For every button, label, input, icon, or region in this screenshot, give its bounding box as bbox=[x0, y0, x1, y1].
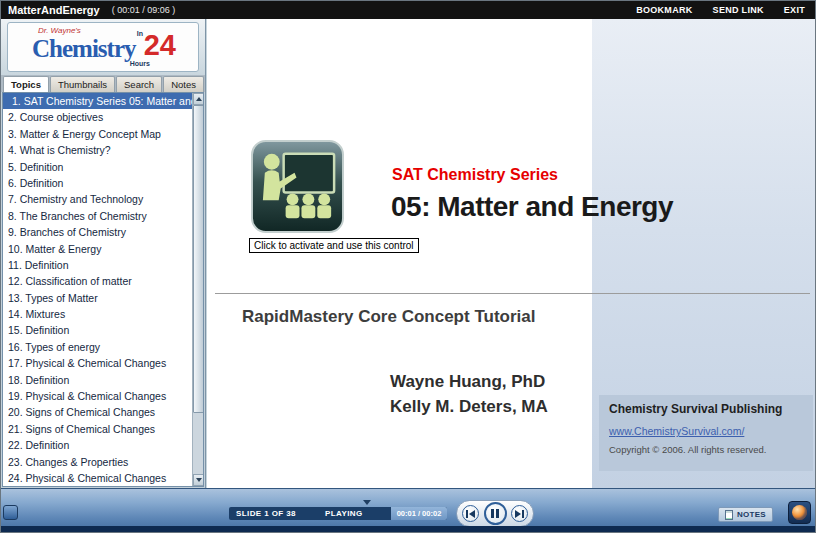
topic-item[interactable]: 17. Physical & Chemical Changes bbox=[3, 355, 192, 371]
publisher-box: Chemistry Survival Publishing www.Chemis… bbox=[599, 395, 813, 471]
topic-item[interactable]: 4. What is Chemistry? bbox=[3, 142, 192, 158]
topic-item[interactable]: 1. SAT Chemistry Series 05: Matter and E… bbox=[3, 93, 192, 109]
topic-item[interactable]: 18. Definition bbox=[3, 372, 192, 388]
topic-label: 17. Physical & Chemical Changes bbox=[8, 357, 166, 369]
sidebar-tab-label: Thumbnails bbox=[58, 79, 107, 90]
notes-button-label: NOTES bbox=[737, 510, 766, 519]
topic-item[interactable]: 5. Definition bbox=[3, 159, 192, 175]
topic-label: 2. Course objectives bbox=[8, 111, 103, 123]
previous-slide-button[interactable] bbox=[462, 505, 479, 522]
topic-item[interactable]: 20. Signs of Chemical Changes bbox=[3, 404, 192, 420]
topic-item[interactable]: 14. Mixtures bbox=[3, 306, 192, 322]
activate-control-tooltip: Click to activate and use this control bbox=[249, 238, 419, 253]
topic-label: 10. Matter & Energy bbox=[8, 243, 101, 255]
sidebar-tab[interactable]: Notes bbox=[163, 76, 204, 92]
series-title: SAT Chemistry Series bbox=[392, 166, 558, 184]
playback-status-bar[interactable]: SLIDE 1 OF 38 PLAYING 00:01 / 00:02 bbox=[229, 507, 447, 520]
sidebar: Dr. Wayne's Chemistry In 24 Hours Topics… bbox=[1, 19, 206, 488]
topic-scrollbar[interactable] bbox=[192, 93, 203, 486]
teacher-blackboard-icon[interactable] bbox=[250, 139, 345, 234]
topic-label: 8. The Branches of Chemistry bbox=[8, 210, 147, 222]
topic-label: 23. Changes & Properties bbox=[8, 456, 128, 468]
titlebar-button[interactable]: EXIT bbox=[784, 5, 805, 15]
transport-controls bbox=[456, 500, 534, 527]
topic-item[interactable]: 8. The Branches of Chemistry bbox=[3, 208, 192, 224]
pause-icon bbox=[491, 509, 499, 518]
slide-counter: SLIDE 1 OF 38 bbox=[229, 509, 325, 518]
topic-item[interactable]: 24. Physical & Chemical Changes bbox=[3, 470, 192, 486]
topic-item[interactable]: 7. Chemistry and Technology bbox=[3, 191, 192, 207]
topic-label: 14. Mixtures bbox=[8, 308, 65, 320]
topic-item[interactable]: 12. Classification of matter bbox=[3, 273, 192, 289]
logo-area: Dr. Wayne's Chemistry In 24 Hours bbox=[1, 19, 205, 75]
topic-label: 7. Chemistry and Technology bbox=[8, 193, 143, 205]
sidebar-tab-label: Search bbox=[124, 79, 154, 90]
topic-item[interactable]: 10. Matter & Energy bbox=[3, 241, 192, 257]
topic-item[interactable]: 22. Definition bbox=[3, 437, 192, 453]
pause-button[interactable] bbox=[484, 502, 507, 525]
logo-in: In bbox=[137, 30, 143, 37]
player-corner-button[interactable] bbox=[3, 505, 18, 520]
topic-item[interactable]: 11. Definition bbox=[3, 257, 192, 273]
author-line: Kelly M. Deters, MA bbox=[390, 394, 548, 419]
scroll-down-button[interactable] bbox=[193, 474, 204, 486]
scrollbar-thumb[interactable] bbox=[193, 105, 204, 413]
slide-subtitle: RapidMastery Core Concept Tutorial bbox=[242, 307, 535, 327]
topic-label: 4. What is Chemistry? bbox=[8, 144, 111, 156]
titlebar-button-label: BOOKMARK bbox=[636, 5, 692, 15]
previous-icon bbox=[466, 510, 475, 518]
sidebar-tab[interactable]: Search bbox=[116, 76, 162, 92]
topic-item[interactable]: 19. Physical & Chemical Changes bbox=[3, 388, 192, 404]
topic-label: 24. Physical & Chemical Changes bbox=[8, 472, 166, 484]
topic-item[interactable]: 2. Course objectives bbox=[3, 109, 192, 125]
slide-title: 05: Matter and Energy bbox=[391, 191, 673, 223]
topic-item[interactable]: 15. Definition bbox=[3, 322, 192, 338]
sidebar-tab[interactable]: Thumbnails bbox=[50, 76, 115, 92]
elapsed-time: 00:01 / 00:02 bbox=[391, 507, 447, 520]
topic-label: 18. Definition bbox=[8, 374, 69, 386]
logo-number: 24 bbox=[144, 29, 176, 62]
topic-item[interactable]: 6. Definition bbox=[3, 175, 192, 191]
brand-logo-button[interactable] bbox=[788, 501, 811, 524]
notes-button[interactable]: NOTES bbox=[718, 507, 773, 522]
topic-label: 1. SAT Chemistry Series 05: Matter and E… bbox=[12, 95, 192, 107]
topic-list: 1. SAT Chemistry Series 05: Matter and E… bbox=[3, 93, 192, 486]
titlebar-button-label: SEND LINK bbox=[713, 5, 764, 15]
titlebar-button[interactable]: SEND LINK bbox=[713, 5, 764, 15]
arrow-up-icon bbox=[196, 97, 202, 101]
logo-hours: Hours bbox=[130, 60, 150, 67]
topic-label: 6. Definition bbox=[8, 177, 63, 189]
next-icon bbox=[515, 510, 524, 518]
topic-item[interactable]: 23. Changes & Properties bbox=[3, 454, 192, 470]
topic-item[interactable]: 16. Types of energy bbox=[3, 339, 192, 355]
topic-item[interactable]: 13. Types of Matter bbox=[3, 290, 192, 306]
slide-stage: Click to activate and use this control S… bbox=[207, 19, 816, 488]
sidebar-tab-label: Topics bbox=[11, 79, 41, 90]
playback-state: PLAYING bbox=[325, 509, 391, 518]
next-slide-button[interactable] bbox=[511, 505, 528, 522]
topic-label: 19. Physical & Chemical Changes bbox=[8, 390, 166, 402]
publisher-link[interactable]: www.ChemistrySurvival.com/ bbox=[609, 425, 803, 437]
sidebar-tab-label: Notes bbox=[171, 79, 196, 90]
topic-item[interactable]: 9. Branches of Chemistry bbox=[3, 224, 192, 240]
logo-prefix: Dr. Wayne's bbox=[38, 26, 81, 35]
topic-label: 22. Definition bbox=[8, 439, 69, 451]
scroll-up-button[interactable] bbox=[193, 93, 204, 105]
player-controlbar: SLIDE 1 OF 38 PLAYING 00:01 / 00:02 bbox=[1, 488, 816, 528]
topic-label: 13. Types of Matter bbox=[8, 292, 98, 304]
bottom-frame-strip bbox=[1, 526, 816, 532]
topic-label: 21. Signs of Chemical Changes bbox=[8, 423, 155, 435]
publisher-name: Chemistry Survival Publishing bbox=[609, 402, 803, 416]
chemistry24-logo: Dr. Wayne's Chemistry In 24 Hours bbox=[7, 22, 199, 72]
publisher-copyright: Copyright © 2006. All rights reserved. bbox=[609, 444, 803, 455]
topic-item[interactable]: 21. Signs of Chemical Changes bbox=[3, 421, 192, 437]
topic-label: 16. Types of energy bbox=[8, 341, 100, 353]
titlebar: MatterAndEnergy ( 00:01 / 09:06 ) BOOKMA… bbox=[1, 1, 815, 19]
presentation-time: ( 00:01 / 09:06 ) bbox=[112, 5, 176, 15]
sidebar-tab[interactable]: Topics bbox=[3, 76, 49, 92]
seek-marker-icon[interactable] bbox=[363, 500, 371, 505]
titlebar-buttons: BOOKMARK SEND LINK EXIT bbox=[636, 5, 805, 15]
titlebar-button[interactable]: BOOKMARK bbox=[636, 5, 692, 15]
topic-item[interactable]: 3. Matter & Energy Concept Map bbox=[3, 126, 192, 142]
topic-label: 9. Branches of Chemistry bbox=[8, 226, 126, 238]
